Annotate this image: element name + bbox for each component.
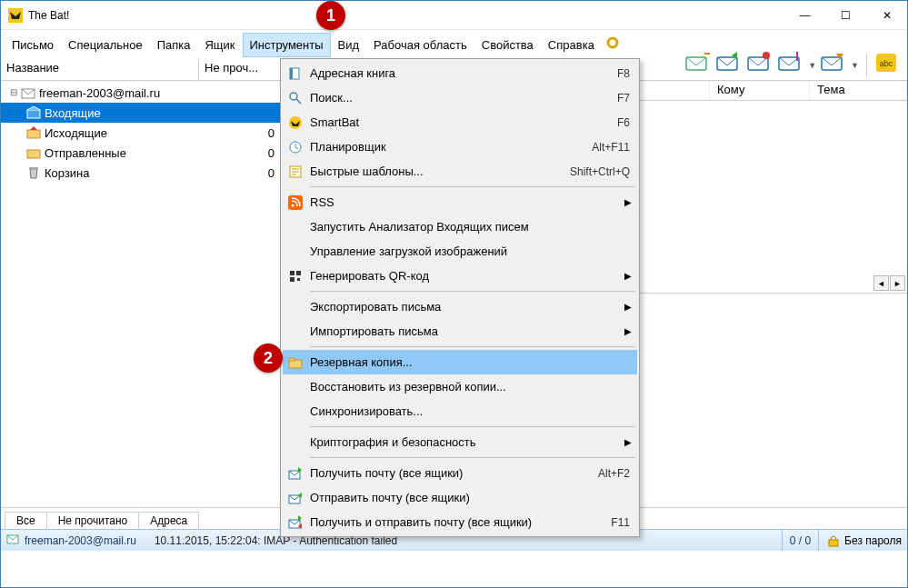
col-to-header[interactable]: Кому <box>710 81 810 100</box>
menu-search[interactable]: Поиск... F7 <box>283 85 637 110</box>
menu-smartbat[interactable]: SmartBat F6 <box>283 110 637 135</box>
tree-folder-label: Входящие <box>45 106 274 120</box>
toolbar-dropdown-caret-1[interactable]: ▼ <box>808 61 816 70</box>
toolbar-mail-icon-2[interactable] <box>715 52 743 79</box>
menu-special[interactable]: Специальное <box>61 33 150 57</box>
title-bar: The Bat! — ☐ ✕ <box>1 1 907 29</box>
menu-scheduler[interactable]: Планировщик Alt+F11 <box>283 135 637 159</box>
bottom-tab-addresses[interactable]: Адреса <box>138 512 199 529</box>
menu-properties[interactable]: Свойства <box>474 33 541 57</box>
trash-folder-icon <box>26 165 41 180</box>
toolbar-mail-icon-3[interactable] <box>746 52 773 79</box>
menu-help[interactable]: Справка <box>541 33 602 57</box>
status-counts: 0 / 0 <box>782 530 818 551</box>
svg-rect-12 <box>27 110 40 118</box>
menu-send-receive-all[interactable]: Получить и отправить почту (все ящики) F… <box>283 510 637 534</box>
window-close-button[interactable]: ✕ <box>866 2 907 28</box>
menu-item-shortcut: F7 <box>606 92 630 105</box>
mail-out-icon <box>287 490 304 506</box>
callout-1: 1 <box>316 1 345 30</box>
svg-rect-13 <box>27 130 40 138</box>
menu-crypto[interactable]: Криптография и безопасность ▶ <box>283 430 637 454</box>
menu-address-book[interactable]: Адресная книга F8 <box>283 61 637 85</box>
menu-qr-code[interactable]: Генерировать QR-код ▶ <box>283 264 637 288</box>
clock-icon <box>287 139 304 155</box>
tree-account-row[interactable]: ⊟ freeman-2003@mail.ru <box>1 83 282 103</box>
menu-quick-templates[interactable]: Быстрые шаблоны... Shift+Ctrl+Q <box>283 159 637 184</box>
submenu-arrow-icon: ▶ <box>624 302 632 312</box>
svg-rect-32 <box>290 277 294 282</box>
book-icon <box>287 65 304 82</box>
menu-item-label: Отправить почту (все ящики) <box>310 491 630 504</box>
menu-mailbox[interactable]: Ящик <box>197 33 242 57</box>
toolbar-mail-icon-4[interactable] <box>777 52 804 79</box>
window-maximize-button[interactable]: ☐ <box>825 2 866 28</box>
menu-view[interactable]: Вид <box>331 33 367 57</box>
menu-backup[interactable]: Резервная копия... <box>283 350 637 374</box>
menu-restore[interactable]: Восстановить из резервной копии... <box>283 374 637 399</box>
menu-item-shortcut: F11 <box>600 516 630 529</box>
menu-item-shortcut: Shift+Ctrl+Q <box>559 165 630 178</box>
callout-2: 2 <box>254 344 283 373</box>
menu-workspace[interactable]: Рабочая область <box>366 33 474 57</box>
menu-receive-all[interactable]: Получить почту (все ящики) Alt+F2 <box>283 461 637 485</box>
svg-point-6 <box>763 52 770 59</box>
menu-item-label: Восстановить из резервной копии... <box>310 380 630 394</box>
svg-point-22 <box>289 116 302 129</box>
col-subject-header[interactable]: Тема <box>810 81 907 100</box>
menu-send-all[interactable]: Отправить почту (все ящики) <box>283 485 637 510</box>
sent-folder-icon <box>26 145 41 160</box>
toolbar-separator <box>866 54 867 77</box>
tree-folder-sent[interactable]: Отправленные 0 <box>1 143 282 163</box>
menu-item-label: SmartBat <box>310 115 606 129</box>
svg-rect-19 <box>290 68 293 79</box>
status-account[interactable]: freeman-2003@mail.ru <box>25 530 147 551</box>
svg-rect-33 <box>297 278 300 281</box>
qr-icon <box>287 268 304 284</box>
menu-folder[interactable]: Папка <box>150 33 198 57</box>
menu-sync[interactable]: Синхронизировать... <box>283 399 637 424</box>
col-unread-header[interactable]: Не проч... <box>199 59 283 80</box>
menu-item-label: Адресная книга <box>310 66 606 80</box>
toolbar-mail-icon-1[interactable] <box>684 52 712 79</box>
menu-export[interactable]: Экспортировать письма ▶ <box>283 294 637 319</box>
menu-rss[interactable]: RSS ▶ <box>283 190 637 214</box>
outbox-folder-icon <box>26 125 41 140</box>
toolbar-abc-icon[interactable]: abc <box>874 52 902 79</box>
svg-rect-30 <box>290 271 294 275</box>
tree-collapse-icon[interactable]: ⊟ <box>8 87 19 98</box>
scroll-right-button[interactable]: ► <box>890 275 905 291</box>
scroll-left-button[interactable]: ◄ <box>873 275 889 291</box>
window-minimize-button[interactable]: — <box>784 2 825 28</box>
mailbox-icon <box>21 85 35 100</box>
submenu-arrow-icon: ▶ <box>624 197 632 207</box>
tree-folder-inbox[interactable]: Входящие <box>1 103 282 123</box>
status-password[interactable]: Без пароля <box>818 530 902 551</box>
status-account-icon <box>6 533 21 548</box>
menu-item-label: Запустить Анализатор Входящих писем <box>310 220 630 234</box>
menu-tools[interactable]: Инструменты <box>243 33 331 57</box>
tree-folder-trash[interactable]: Корзина 0 <box>1 163 282 183</box>
folder-icon <box>287 354 304 371</box>
menu-separator <box>310 426 635 427</box>
menu-import[interactable]: Импортировать письма ▶ <box>283 319 637 344</box>
toolbar-dropdown-caret-2[interactable]: ▼ <box>851 61 859 70</box>
menu-image-download[interactable]: Управление загрузкой изображений <box>283 239 637 264</box>
submenu-arrow-icon: ▶ <box>624 271 632 281</box>
menu-run-analyzer[interactable]: Запустить Анализатор Входящих писем <box>283 214 637 239</box>
submenu-arrow-icon: ▶ <box>624 326 632 336</box>
menu-letter[interactable]: Письмо <box>5 33 61 57</box>
col-name-header[interactable]: Название <box>1 59 199 80</box>
bottom-tab-unread[interactable]: Не прочитано <box>46 512 140 529</box>
svg-point-2 <box>611 41 614 45</box>
bottom-tab-all[interactable]: Все <box>5 512 47 529</box>
menu-item-label: Получить и отправить почту (все ящики) <box>310 515 600 529</box>
tree-account-label: freeman-2003@mail.ru <box>39 86 282 100</box>
svg-rect-17 <box>829 540 838 546</box>
svg-point-29 <box>292 204 294 206</box>
app-window: 1 2 The Bat! — ☐ ✕ Письмо Специальное Па… <box>0 0 908 588</box>
tree-folder-outbox[interactable]: Исходящие 0 <box>1 123 282 143</box>
toolbar-mail-icon-5[interactable] <box>820 52 847 79</box>
gear-icon[interactable] <box>605 35 620 54</box>
menu-item-shortcut: F8 <box>606 67 630 80</box>
